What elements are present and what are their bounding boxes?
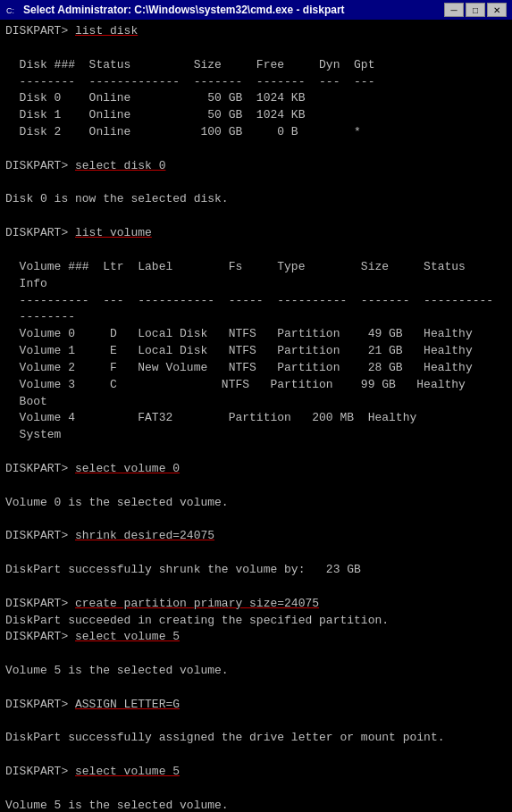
diskpart-prompt: DISKPART> [5, 764, 75, 781]
window: C: Select Administrator: C:\Windows\syst… [0, 0, 512, 812]
output-line: DiskPart successfully shrunk the volume … [5, 562, 507, 579]
command-line: DISKPART> select volume 5 [5, 629, 507, 646]
command-text: shrink desired=24075 [75, 528, 214, 545]
blank-line [5, 511, 507, 528]
command-text: select disk 0 [75, 158, 165, 175]
output-line: Volume 1 E Local Disk NTFS Partition 21 … [5, 343, 507, 360]
output-line: Disk ### Status Size Free Dyn Gpt [5, 57, 507, 74]
output-line: Volume 3 C NTFS Partition 99 GB Healthy [5, 377, 507, 394]
output-line: Info [5, 276, 507, 293]
command-line: DISKPART> select volume 5 [5, 764, 507, 781]
command-line: DISKPART> shrink desired=24075 [5, 528, 507, 545]
blank-line [5, 208, 507, 225]
command-line: DISKPART> create partition primary size=… [5, 596, 507, 613]
blank-line [5, 579, 507, 596]
restore-button[interactable]: □ [466, 3, 485, 17]
command-text: list disk [75, 23, 138, 40]
minimize-button[interactable]: ─ [444, 3, 464, 17]
title-bar: C: Select Administrator: C:\Windows\syst… [0, 0, 512, 20]
diskpart-prompt: DISKPART> [5, 596, 75, 613]
diskpart-prompt: DISKPART> [5, 158, 75, 175]
title-controls: ─ □ ✕ [444, 3, 507, 17]
command-line: DISKPART> list disk [5, 23, 507, 40]
diskpart-prompt: DISKPART> [5, 23, 75, 40]
close-button[interactable]: ✕ [487, 3, 507, 17]
output-line: -------- [5, 309, 507, 326]
blank-line [5, 545, 507, 562]
output-line: Volume 5 is the selected volume. [5, 798, 507, 812]
command-line: DISKPART> select disk 0 [5, 158, 507, 175]
command-text: ASSIGN LETTER=G [75, 697, 180, 714]
output-line: Boot [5, 394, 507, 411]
output-line: DiskPart succeeded in creating the speci… [5, 613, 507, 630]
blank-line [5, 242, 507, 259]
output-line: Volume ### Ltr Label Fs Type Size Status [5, 259, 507, 276]
blank-line [5, 444, 507, 461]
command-line: DISKPART> select volume 0 [5, 461, 507, 478]
command-text: select volume 5 [75, 629, 180, 646]
command-text: list volume [75, 225, 152, 242]
cmd-icon: C: [5, 4, 18, 16]
blank-line [5, 680, 507, 697]
output-line: -------- ------------- ------- ------- -… [5, 74, 507, 91]
blank-line [5, 478, 507, 495]
blank-line [5, 714, 507, 731]
blank-line [5, 646, 507, 663]
output-line: Volume 0 D Local Disk NTFS Partition 49 … [5, 326, 507, 343]
diskpart-prompt: DISKPART> [5, 629, 75, 646]
output-line: Disk 1 Online 50 GB 1024 KB [5, 107, 507, 124]
command-line: DISKPART> list volume [5, 225, 507, 242]
title-bar-left: C: Select Administrator: C:\Windows\syst… [5, 4, 345, 16]
diskpart-prompt: DISKPART> [5, 528, 75, 545]
window-title: Select Administrator: C:\Windows\system3… [23, 4, 345, 16]
command-text: select volume 0 [75, 461, 180, 478]
blank-line [5, 175, 507, 192]
output-line: Volume 0 is the selected volume. [5, 495, 507, 512]
command-line: DISKPART> ASSIGN LETTER=G [5, 697, 507, 714]
output-line: Disk 0 is now the selected disk. [5, 191, 507, 208]
command-text: select volume 5 [75, 764, 180, 781]
blank-line [5, 747, 507, 764]
command-text: create partition primary size=24075 [75, 596, 319, 613]
output-line: Volume 5 is the selected volume. [5, 663, 507, 680]
output-line: System [5, 427, 507, 444]
console-output: DISKPART> list disk Disk ### Status Size… [0, 20, 512, 812]
svg-text:C:: C: [6, 6, 14, 15]
diskpart-prompt: DISKPART> [5, 225, 75, 242]
blank-line [5, 141, 507, 158]
output-line: DiskPart successfully assigned the drive… [5, 730, 507, 747]
output-line: Disk 0 Online 50 GB 1024 KB [5, 90, 507, 107]
output-line: Volume 2 F New Volume NTFS Partition 28 … [5, 360, 507, 377]
output-line: Volume 4 FAT32 Partition 200 MB Healthy [5, 410, 507, 427]
blank-line [5, 40, 507, 57]
output-line: Disk 2 Online 100 GB 0 B * [5, 124, 507, 141]
diskpart-prompt: DISKPART> [5, 697, 75, 714]
output-line: ---------- --- ----------- ----- -------… [5, 293, 507, 310]
diskpart-prompt: DISKPART> [5, 461, 75, 478]
blank-line [5, 781, 507, 798]
